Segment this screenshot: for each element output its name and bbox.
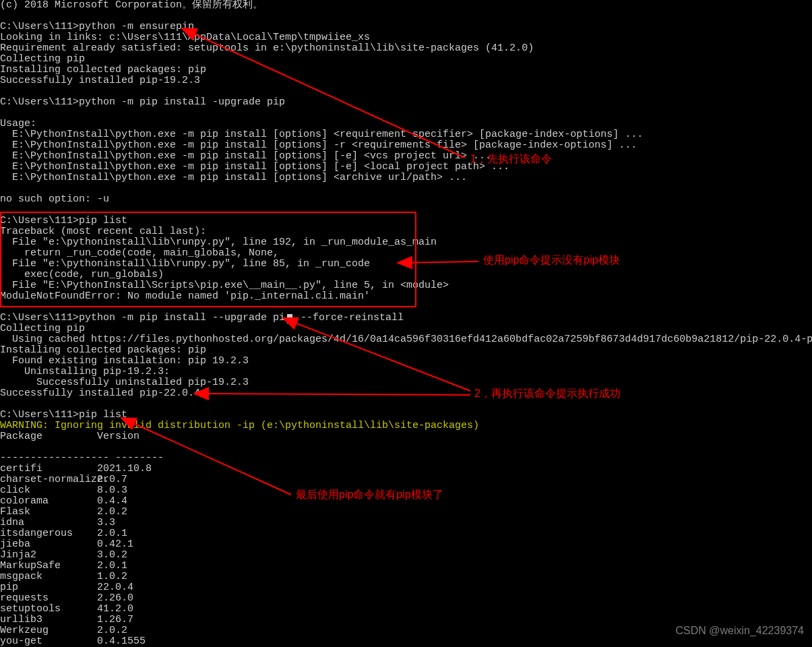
prompt: C:\Users\111> — [0, 21, 79, 32]
pkg-row: MarkupSafe2.0.1 — [0, 561, 812, 572]
error-line: no such option: -u — [0, 193, 109, 205]
output-line: Collecting pip — [0, 323, 85, 334]
output-line: Using cached https://files.pythonhosted.… — [0, 334, 812, 345]
cmd-upgrade-bad: python -m pip install -upgrade pip — [79, 96, 285, 108]
usage-line: E:\PythonInstall\python.exe -m pip insta… — [0, 161, 509, 173]
pkg-row: setuptools41.2.0 — [0, 604, 812, 615]
terminal-window[interactable]: (c) 2018 Microsoft Corporation。保留所有权利。 C… — [0, 0, 812, 647]
traceback-line: File "e:\pythoninstall\lib\runpy.py", li… — [0, 258, 370, 270]
output-line: Requirement already satisfied: setuptool… — [0, 42, 534, 54]
pkg-row: certifi2021.10.8 — [0, 464, 812, 474]
pkg-row: click8.0.3 — [0, 485, 812, 496]
pkg-row: colorama0.4.4 — [0, 496, 812, 507]
pkg-row: you-get0.4.1555 — [0, 636, 812, 647]
pkg-row: Flask2.0.2 — [0, 507, 812, 518]
traceback-line: File "e:\pythoninstall\lib\runpy.py", li… — [0, 237, 437, 248]
prompt: C:\Users\111> — [0, 96, 79, 108]
pkg-separator: ------------------ -------- — [0, 452, 164, 464]
output-line: Looking in links: c:\Users\111\AppData\L… — [0, 32, 370, 43]
usage-line: E:\PythonInstall\python.exe -m pip insta… — [0, 172, 467, 183]
warning-line: WARNING: Ignoring invalid distribution -… — [0, 420, 479, 431]
output-line: Uninstalling pip-19.2.3: — [0, 366, 170, 377]
pkg-row: pip22.0.4 — [0, 582, 812, 593]
pkg-row: jieba0.42.1 — [0, 539, 812, 550]
pkg-row: charset-normalizer2.0.7 — [0, 474, 812, 485]
prompt: C:\Users\111> — [0, 215, 79, 226]
traceback-line: File "E:\PythonInstall\Scripts\pip.exe\_… — [0, 280, 449, 291]
traceback-line: Traceback (most recent call last): — [0, 226, 206, 237]
cmd-upgrade-force: python -m pip install --upgrade pi — [79, 312, 285, 324]
cmd-upgrade-force-b: --force-reinstall — [294, 312, 404, 324]
output-line: Successfully installed pip-19.2.3 — [0, 75, 200, 86]
cmd-ensurepip: python -m ensurepip — [79, 21, 194, 32]
usage-header: Usage: — [0, 118, 36, 129]
pkg-row: Werkzeug2.0.2 — [0, 625, 812, 636]
traceback-line: ModuleNotFoundError: No module named 'pi… — [0, 290, 370, 302]
prompt: C:\Users\111> — [0, 409, 79, 421]
cmd-piplist: pip list — [79, 409, 127, 421]
output-line: Collecting pip — [0, 53, 85, 65]
output-line: Installing collected packages: pip — [0, 64, 206, 75]
usage-line: E:\PythonInstall\python.exe -m pip insta… — [0, 129, 643, 140]
pkg-row: requests2.26.0 — [0, 593, 812, 604]
traceback-line: return _run_code(code, main_globals, Non… — [0, 247, 279, 259]
traceback-line: exec(code, run_globals) — [0, 269, 164, 280]
text-cursor-icon — [287, 314, 292, 324]
pkg-row: msgpack1.0.2 — [0, 572, 812, 582]
copyright-line: (c) 2018 Microsoft Corporation。保留所有权利。 — [0, 0, 263, 11]
usage-line: E:\PythonInstall\python.exe -m pip insta… — [0, 150, 491, 162]
cmd-piplist: pip list — [79, 215, 127, 226]
output-line: Found existing installation: pip 19.2.3 — [0, 355, 249, 367]
output-line: Successfully uninstalled pip-19.2.3 — [0, 377, 249, 388]
pkg-header: PackageVersion — [0, 431, 812, 442]
usage-line: E:\PythonInstall\python.exe -m pip insta… — [0, 140, 637, 151]
output-line: Installing collected packages: pip — [0, 344, 206, 356]
pkg-row: urllib31.26.7 — [0, 615, 812, 625]
terminal-output[interactable]: (c) 2018 Microsoft Corporation。保留所有权利。 C… — [0, 0, 812, 647]
pkg-row: Jinja23.0.2 — [0, 550, 812, 561]
prompt: C:\Users\111> — [0, 312, 79, 324]
output-line: Successfully installed pip-22.0.4 — [0, 388, 200, 399]
pkg-row: itsdangerous2.0.1 — [0, 528, 812, 539]
pkg-row: idna3.3 — [0, 518, 812, 528]
